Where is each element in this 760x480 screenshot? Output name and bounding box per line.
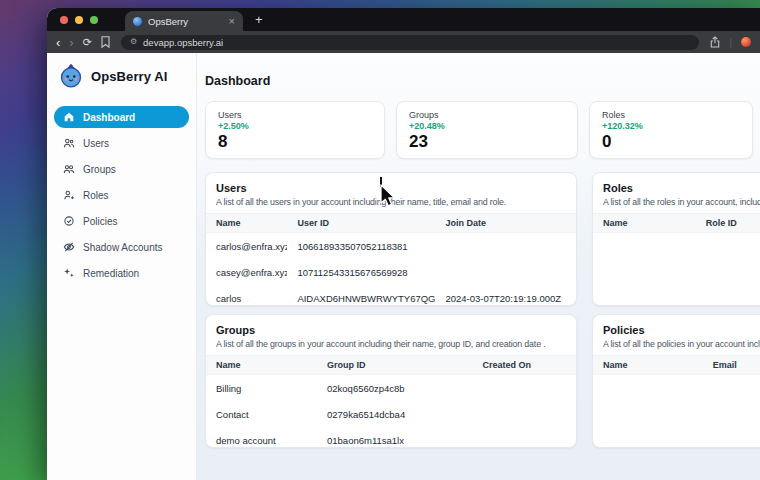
roles-table: NameRole ID — [593, 213, 760, 233]
browser-tab[interactable]: OpsBerry × — [125, 11, 243, 31]
users-card: Users A list of all the users in your ac… — [205, 172, 577, 306]
table-header-row: NameEmail — [593, 356, 760, 375]
sidebar-item-label: Users — [83, 138, 109, 149]
sidebar-item-label: Policies — [83, 216, 117, 227]
sidebar-item-label: Shadow Accounts — [83, 242, 163, 253]
stat-card-users: Users +2.50% 8 — [205, 101, 385, 159]
column-header: Name — [593, 214, 696, 233]
browser-window: OpsBerry × + ‹ › ⟳ ⚙ devapp.opsberry.ai … — [47, 8, 760, 480]
opsberry-logo-icon — [58, 63, 84, 89]
tab-strip: OpsBerry × + — [47, 8, 760, 31]
table-cell — [435, 259, 576, 285]
browser-toolbar: ‹ › ⟳ ⚙ devapp.opsberry.ai | — [47, 31, 760, 53]
table-cell: 02koq6560zp4c8b — [317, 375, 472, 402]
stat-value: 8 — [218, 132, 372, 152]
sidebar-item-roles[interactable]: Roles — [54, 184, 189, 206]
policies-table: NameEmail — [593, 355, 760, 375]
sidebar-item-label: Roles — [83, 190, 109, 201]
table-cards-grid: Users A list of all the users in your ac… — [205, 172, 760, 448]
sidebar-item-remediation[interactable]: Remediation — [54, 262, 189, 284]
table-row[interactable]: Contact0279ka6514dcba4 — [206, 401, 576, 427]
share-icon[interactable] — [710, 36, 720, 48]
column-header: User ID — [287, 214, 435, 233]
users-icon — [63, 137, 75, 149]
toolbar-separator: | — [729, 37, 732, 48]
url-text: devapp.opsberry.ai — [143, 37, 223, 48]
minimize-window-button[interactable] — [75, 16, 83, 24]
stat-card-groups: Groups +20.48% 23 — [396, 101, 578, 159]
card-title: Groups — [206, 315, 576, 336]
stat-value: 23 — [409, 132, 565, 152]
sidebar-item-label: Remediation — [83, 268, 139, 279]
sidebar-item-users[interactable]: Users — [54, 132, 189, 154]
url-bar[interactable]: ⚙ devapp.opsberry.ai — [121, 35, 699, 50]
sidebar-item-dashboard[interactable]: Dashboard — [54, 106, 189, 128]
card-description: A list of all the policies in your accou… — [593, 336, 760, 355]
column-header: Group ID — [317, 356, 472, 375]
main-content: Dashboard Users +2.50% 8 Groups +20.48% … — [197, 53, 760, 480]
groups-table: NameGroup IDCreated OnBilling02koq6560zp… — [206, 355, 576, 448]
stat-cards-row: Users +2.50% 8 Groups +20.48% 23 Roles +… — [205, 101, 760, 159]
table-cell: carlos@enfra.xyz — [206, 233, 287, 260]
sidebar-item-label: Groups — [83, 164, 116, 175]
window-controls — [47, 8, 98, 31]
column-header: Name — [593, 356, 703, 375]
table-row[interactable]: demo account01baon6m11sa1lx — [206, 427, 576, 448]
brand-name: OpsBerry AI — [91, 69, 167, 84]
table-cell: AIDAXD6HNWBWRWYTY67QG — [287, 285, 435, 306]
app-content: OpsBerry AI Dashboard Users — [47, 53, 760, 480]
extension-icon[interactable] — [741, 37, 751, 47]
roles-card: Roles A list of all the roles in your ac… — [592, 172, 760, 306]
text-caret — [380, 177, 382, 187]
table-header-row: NameUser IDJoin Date — [206, 214, 576, 233]
reload-button[interactable]: ⟳ — [83, 37, 92, 48]
sidebar-item-groups[interactable]: Groups — [54, 158, 189, 180]
table-cell: carlos — [206, 285, 287, 306]
back-button[interactable]: ‹ — [56, 36, 60, 49]
table-cell: 106618933507052118381 — [287, 233, 435, 260]
policies-icon — [63, 215, 75, 227]
sidebar-item-policies[interactable]: Policies — [54, 210, 189, 232]
card-description: A list of all the roles in your account,… — [593, 194, 760, 213]
table-cell — [472, 427, 576, 448]
table-cell: Billing — [206, 375, 317, 402]
sidebar-nav: Dashboard Users Groups — [47, 106, 196, 284]
column-header: Join Date — [435, 214, 576, 233]
stat-card-roles: Roles +120.32% 0 — [589, 101, 753, 159]
table-header-row: NameGroup IDCreated On — [206, 356, 576, 375]
tab-title: OpsBerry — [148, 16, 223, 27]
roles-icon — [63, 189, 75, 201]
card-title: Policies — [593, 315, 760, 336]
stat-delta: +120.32% — [602, 121, 740, 131]
sidebar-item-shadow-accounts[interactable]: Shadow Accounts — [54, 236, 189, 258]
bookmark-icon[interactable] — [101, 36, 110, 48]
home-icon — [63, 111, 75, 123]
stat-value: 0 — [602, 132, 740, 152]
card-title: Users — [206, 173, 576, 194]
stat-delta: +2.50% — [218, 121, 372, 131]
zoom-window-button[interactable] — [90, 16, 98, 24]
tab-close-icon[interactable]: × — [229, 16, 235, 27]
card-title: Roles — [593, 173, 760, 194]
site-settings-icon[interactable]: ⚙ — [130, 38, 137, 46]
column-header: Role ID — [696, 214, 760, 233]
table-row[interactable]: casey@enfra.xyz107112543315676569928 — [206, 259, 576, 285]
groups-icon — [63, 163, 75, 175]
close-window-button[interactable] — [60, 16, 68, 24]
stat-label: Users — [218, 110, 372, 120]
forward-button[interactable]: › — [69, 36, 73, 49]
sidebar-item-label: Dashboard — [83, 112, 135, 123]
brand: OpsBerry AI — [47, 63, 196, 89]
remediation-icon — [63, 267, 75, 279]
users-table: NameUser IDJoin Datecarlos@enfra.xyz1066… — [206, 213, 576, 306]
table-cell — [435, 233, 576, 260]
sidebar: OpsBerry AI Dashboard Users — [47, 53, 197, 480]
table-row[interactable]: carlosAIDAXD6HNWBWRWYTY67QG2024-03-07T20… — [206, 285, 576, 306]
new-tab-button[interactable]: + — [255, 13, 263, 26]
table-header-row: NameRole ID — [593, 214, 760, 233]
column-header: Name — [206, 214, 287, 233]
table-cell: casey@enfra.xyz — [206, 259, 287, 285]
groups-card: Groups A list of all the groups in your … — [205, 314, 577, 448]
table-row[interactable]: carlos@enfra.xyz106618933507052118381 — [206, 233, 576, 260]
table-row[interactable]: Billing02koq6560zp4c8b — [206, 375, 576, 402]
